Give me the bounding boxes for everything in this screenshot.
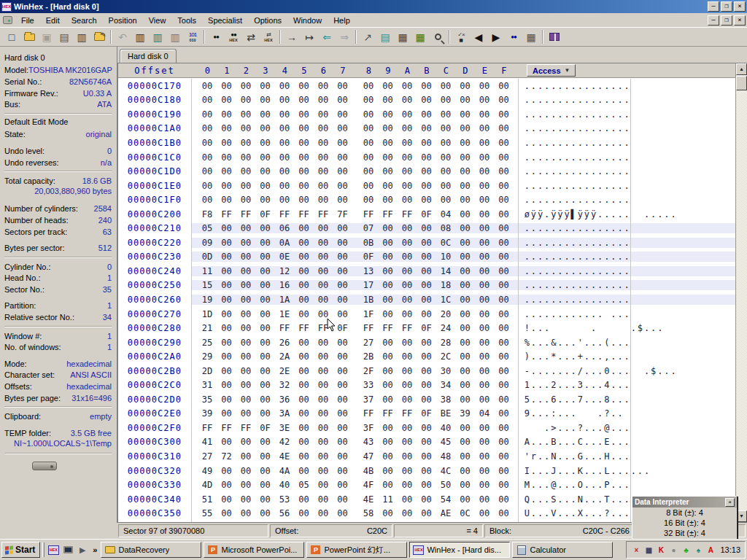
hex-row[interactable]: 00000C1C00000000000000000000000000000000… [118, 150, 735, 165]
access-dropdown-button[interactable]: Access ▼ [527, 64, 576, 77]
byte-cell[interactable]: 00 [378, 195, 398, 205]
ascii-cell[interactable]: ................ [517, 295, 735, 305]
byte-cell[interactable]: 00 [236, 195, 256, 205]
byte-cell[interactable]: 00 [494, 181, 514, 191]
byte-cell[interactable]: 00 [494, 152, 514, 163]
byte-cell[interactable]: 00 [294, 195, 314, 205]
byte-cell[interactable]: 00 [475, 238, 495, 248]
hex-row[interactable]: 00000C310277200004E000000470000004800000… [118, 449, 735, 464]
byte-cell[interactable]: 00 [398, 366, 417, 376]
byte-cell[interactable]: 39 [198, 408, 217, 419]
byte-cell[interactable]: 00 [236, 266, 256, 276]
byte-cell[interactable]: 00 [378, 394, 398, 405]
hex-bytes[interactable]: 0D0000000E0000000F00000010000000 [191, 252, 517, 262]
byte-cell[interactable]: 0F [417, 323, 436, 333]
paste-clipboard-icon[interactable]: ▥ [149, 29, 166, 45]
byte-cell[interactable]: 00 [475, 138, 495, 148]
byte-cell[interactable]: 20 [436, 309, 456, 319]
byte-cell[interactable]: 00 [236, 223, 256, 233]
byte-cell[interactable]: 00 [255, 252, 275, 262]
byte-cell[interactable]: 00 [494, 408, 514, 419]
taskbar-button-datarecovery[interactable]: DataRecovery [101, 542, 201, 558]
ascii-cell[interactable]: ................ [517, 195, 735, 205]
byte-cell[interactable]: 00 [217, 152, 236, 163]
byte-cell[interactable]: 00 [417, 280, 436, 290]
byte-cell[interactable]: 4E [275, 451, 295, 462]
offset-cell[interactable]: 00000C1A0 [118, 123, 191, 133]
hex-bytes[interactable]: 00000000000000000000000000000000 [191, 95, 517, 105]
byte-cell[interactable]: 00 [436, 166, 456, 176]
hex-row[interactable]: 00000C2A0290000002A0000002B0000002C00000… [118, 349, 735, 364]
byte-cell[interactable]: 00 [494, 423, 514, 433]
byte-cell[interactable]: 00 [417, 81, 436, 91]
byte-cell[interactable]: 00 [255, 123, 275, 133]
byte-cell[interactable]: 00 [494, 394, 514, 405]
byte-cell[interactable]: 00 [455, 252, 475, 262]
byte-cell[interactable]: 14 [436, 266, 456, 276]
byte-cell[interactable]: 55 [198, 508, 217, 518]
byte-cell[interactable]: 00 [275, 81, 295, 91]
byte-cell[interactable]: 00 [236, 351, 256, 362]
byte-cell[interactable]: 00 [378, 295, 398, 305]
hex-bytes[interactable]: 090000000A0000000B0000000C000000 [191, 238, 517, 248]
ascii-cell[interactable]: ................ [517, 280, 735, 290]
byte-cell[interactable]: 00 [417, 195, 436, 205]
byte-cell[interactable]: 00 [217, 380, 236, 390]
byte-cell[interactable]: 00 [378, 152, 398, 163]
byte-cell[interactable]: 00 [217, 266, 236, 276]
byte-cell[interactable]: 00 [359, 95, 379, 105]
byte-cell[interactable]: 00 [494, 437, 514, 447]
byte-cell[interactable]: 00 [494, 238, 514, 248]
hex-row[interactable]: 00000C1D00000000000000000000000000000000… [118, 164, 735, 179]
byte-cell[interactable]: 2F [359, 366, 379, 376]
hex-bytes[interactable]: 00000000000000000000000000000000 [191, 81, 517, 91]
byte-cell[interactable]: 00 [255, 480, 275, 490]
menu-options[interactable]: Options [248, 15, 287, 26]
byte-cell[interactable]: 51 [198, 494, 217, 505]
byte-cell[interactable]: FF [198, 423, 217, 433]
tray-plant-teal-icon[interactable]: ♠ [693, 545, 703, 555]
byte-cell[interactable]: 00 [217, 437, 236, 447]
byte-cell[interactable]: 1F [359, 309, 379, 319]
byte-cell[interactable]: FF [378, 408, 398, 419]
byte-cell[interactable]: 00 [455, 480, 475, 490]
hex-bytes[interactable]: F8FFFF0FFFFFFF7FFFFFFF0F04000000 [191, 209, 517, 219]
byte-cell[interactable]: 00 [217, 295, 236, 305]
byte-cell[interactable]: 50 [436, 480, 456, 490]
byte-cell[interactable]: 00 [314, 466, 333, 476]
byte-cell[interactable]: 00 [455, 423, 475, 433]
offset-cell[interactable]: 00000C1C0 [118, 152, 191, 163]
byte-cell[interactable]: 00 [294, 166, 314, 176]
byte-cell[interactable]: 00 [475, 252, 495, 262]
quicklaunch-overflow-chevron[interactable]: » [91, 545, 98, 554]
byte-cell[interactable]: 00 [236, 466, 256, 476]
offset-cell[interactable]: 00000C350 [118, 508, 191, 518]
byte-cell[interactable]: 00 [255, 451, 275, 462]
byte-cell[interactable]: 00 [236, 508, 256, 518]
byte-cell[interactable]: 00 [314, 123, 333, 133]
byte-cell[interactable]: 00 [314, 266, 333, 276]
tab-hard-disk-0[interactable]: Hard disk 0 [120, 49, 177, 63]
byte-cell[interactable]: 00 [294, 351, 314, 362]
byte-cell[interactable]: 00 [333, 451, 352, 462]
hex-row[interactable]: 00000C1700000000000000000000000000000000… [118, 79, 735, 93]
byte-cell[interactable]: 00 [236, 166, 256, 176]
hex-row[interactable]: 00000C220090000000A0000000B0000000C00000… [118, 236, 735, 250]
hex-bytes[interactable]: FFFFFF0F3E0000003F00000040000000 [191, 423, 517, 433]
byte-cell[interactable]: 00 [378, 223, 398, 233]
byte-cell[interactable]: 18 [436, 280, 456, 290]
byte-cell[interactable]: 0C [436, 238, 456, 248]
byte-cell[interactable]: 3A [275, 408, 295, 419]
byte-cell[interactable]: 00 [198, 95, 217, 105]
byte-cell[interactable]: 00 [294, 408, 314, 419]
byte-cell[interactable]: 00 [198, 81, 217, 91]
menu-file[interactable]: File [15, 15, 40, 26]
hex-row[interactable]: 00000C3304D000000400500004F0000005000000… [118, 478, 735, 492]
byte-cell[interactable]: 00 [455, 209, 475, 219]
byte-cell[interactable]: 00 [198, 109, 217, 120]
ascii-cell[interactable]: ................ [517, 223, 735, 233]
byte-cell[interactable]: 00 [475, 295, 495, 305]
edit-folder-icon[interactable]: ✎ [90, 29, 108, 45]
byte-cell[interactable]: 00 [314, 238, 333, 248]
byte-cell[interactable]: 00 [475, 451, 495, 462]
